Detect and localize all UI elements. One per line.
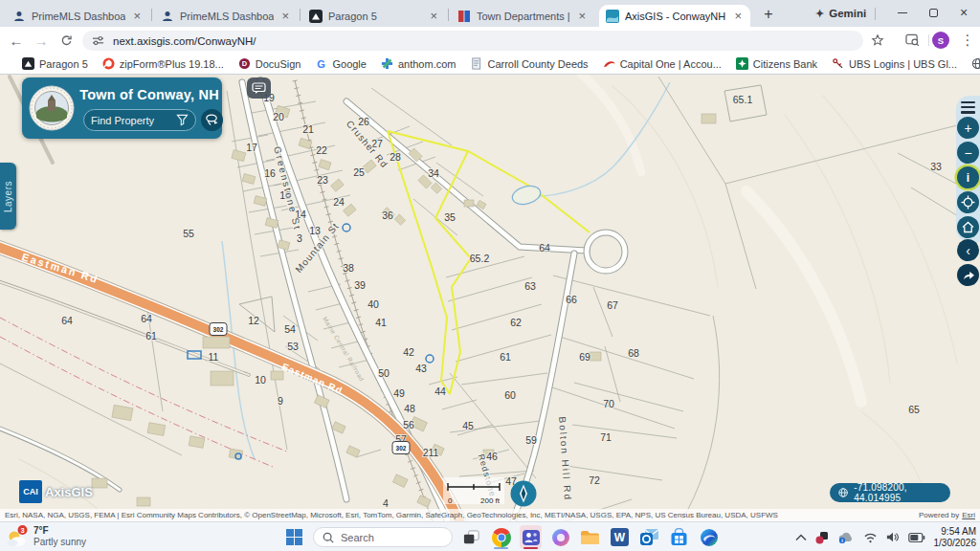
task-view-button[interactable]	[460, 525, 482, 549]
browser-menu-icon[interactable]: ⋮	[959, 32, 976, 49]
copilot-taskbar-button[interactable]	[549, 525, 571, 549]
compass-button[interactable]	[509, 479, 538, 508]
bookmark-docusign[interactable]: DDocuSign	[238, 57, 301, 70]
lasso-select-button[interactable]	[201, 109, 223, 131]
gemini-button[interactable]: ✦Gemini	[815, 5, 866, 22]
reload-button[interactable]	[57, 32, 75, 49]
parcel-label: 60	[504, 389, 516, 401]
parcel-label: 68	[628, 347, 639, 359]
bookmark-carroll-deeds[interactable]: Carroll County Deeds	[470, 57, 588, 70]
coordinates-readout[interactable]: -71.098200, 44.014995	[830, 483, 950, 502]
battery-icon[interactable]	[908, 532, 925, 543]
tab-close-icon[interactable]: ×	[576, 10, 588, 22]
parcel-label: 53	[287, 341, 299, 352]
scale-distance: 200 ft	[480, 496, 500, 505]
forward-button[interactable]: →	[33, 32, 50, 49]
ms-store-taskbar-button[interactable]	[668, 525, 690, 549]
parcel-label: 43	[415, 363, 427, 374]
wifi-icon[interactable]	[863, 532, 878, 543]
parcel-label: 41	[375, 317, 387, 328]
tab-primemls-2[interactable]: PrimeMLS Dashboard×	[154, 5, 298, 27]
chrome-taskbar-button[interactable]	[490, 525, 512, 549]
parcel-label: 20	[273, 111, 284, 122]
zoom-out-button[interactable]: −	[957, 142, 979, 164]
onedrive-icon[interactable]: i	[837, 531, 855, 543]
route-shield-number: 302	[396, 445, 407, 452]
parcel-label: 49	[393, 387, 405, 399]
tab-paragon[interactable]: Paragon 5×	[302, 5, 446, 27]
file-explorer-taskbar-button[interactable]	[579, 525, 601, 549]
parcel-label: 66	[566, 294, 577, 305]
taskbar-search-input[interactable]: Search	[313, 527, 453, 547]
home-extent-button[interactable]	[957, 216, 979, 238]
zoom-in-button[interactable]: +	[957, 117, 979, 139]
taskbar-clock[interactable]: 9:54 AM 1/30/2026	[934, 526, 977, 548]
parcel-label: 64	[539, 242, 550, 253]
layers-panel-tab[interactable]: Layers	[0, 163, 16, 230]
tab-search-icon[interactable]	[903, 32, 921, 49]
outlook-taskbar-button[interactable]	[638, 525, 660, 549]
esri-link[interactable]: Esri	[962, 511, 975, 519]
town-seal-logo	[29, 85, 75, 131]
menu-icon[interactable]	[961, 101, 975, 114]
parcel-label: 54	[284, 323, 296, 335]
back-button[interactable]: ←	[8, 32, 25, 49]
tab-primemls-1[interactable]: PrimeMLS Dashboard×	[6, 5, 149, 27]
parcel-label: 25	[353, 166, 365, 178]
bookmark-ubs[interactable]: UBS Logins | UBS Gl...	[832, 57, 957, 70]
window-close-button[interactable]: ×	[949, 0, 978, 25]
volume-icon[interactable]	[886, 531, 900, 543]
share-button[interactable]	[957, 264, 979, 286]
bookmark-anthom[interactable]: anthom.com	[381, 57, 457, 70]
bookmark-capital-one[interactable]: Capital One | Accou...	[603, 57, 722, 70]
collapse-toolbar-button[interactable]: ‹	[957, 239, 979, 261]
tab-town-departments[interactable]: Town Departments | Town of C...×	[451, 5, 594, 27]
window-minimize-button[interactable]	[888, 0, 917, 25]
bookmark-google[interactable]: GGoogle	[315, 57, 366, 70]
tab-close-icon[interactable]: ×	[131, 10, 143, 22]
tab-axisgis-active[interactable]: AxisGIS - ConwayNH×	[599, 5, 750, 27]
reload-icon	[60, 34, 73, 47]
notification-badge: 3	[20, 526, 24, 535]
weather-widget[interactable]: 3 7°FPartly sunny	[6, 524, 86, 549]
teams-taskbar-button[interactable]	[520, 525, 542, 549]
tab-close-icon[interactable]: ×	[279, 10, 291, 22]
parcel-label: 3	[297, 232, 302, 244]
ubs-keys-favicon	[832, 57, 844, 70]
parcel-label: 64	[141, 313, 152, 324]
bookmark-citizens-bank[interactable]: Citizens Bank	[736, 57, 817, 70]
tab-close-icon[interactable]: ×	[732, 10, 744, 22]
filter-funnel-icon[interactable]	[176, 114, 189, 126]
svg-text:D: D	[242, 59, 248, 68]
site-settings-icon[interactable]	[92, 34, 104, 47]
outlook-icon	[640, 528, 659, 546]
parcel-label: 61	[145, 330, 157, 342]
address-bar[interactable]: next.axisgis.com/ConwayNH/	[82, 31, 863, 51]
teams-tray-icon[interactable]	[815, 531, 829, 544]
word-taskbar-button[interactable]: W	[609, 525, 631, 549]
window-maximize-button[interactable]	[919, 0, 947, 25]
profile-avatar[interactable]: S	[932, 32, 949, 49]
locate-button[interactable]	[957, 191, 979, 213]
start-button[interactable]	[283, 525, 305, 549]
new-tab-button[interactable]: +	[758, 4, 779, 25]
bookmark-nh-real-estate[interactable]: New Hampshire Rea...	[971, 57, 980, 70]
bookmark-star-icon[interactable]	[869, 32, 886, 49]
google-favicon: G	[315, 57, 327, 70]
globe-icon	[838, 487, 848, 498]
tab-close-icon[interactable]: ×	[428, 10, 439, 22]
tray-expand-chevron[interactable]	[795, 534, 807, 541]
find-property-input[interactable]: Find Property	[83, 109, 196, 131]
parcel-label: 23	[317, 174, 328, 186]
feedback-bubble-button[interactable]	[247, 77, 271, 99]
parcel-label: 40	[368, 298, 379, 310]
parcel-label: 55	[183, 228, 194, 239]
edge-taskbar-button[interactable]	[698, 525, 720, 549]
bookmark-paragon[interactable]: Paragon 5	[22, 57, 88, 70]
scale-bar: 0200 ft	[443, 477, 504, 504]
bookmark-zipform[interactable]: zipForm®Plus 19.18...	[102, 57, 224, 70]
edge-icon	[700, 528, 719, 547]
parcel-label: 61	[500, 351, 511, 363]
paragon-favicon	[22, 57, 34, 70]
identify-info-button[interactable]: i	[957, 166, 979, 188]
